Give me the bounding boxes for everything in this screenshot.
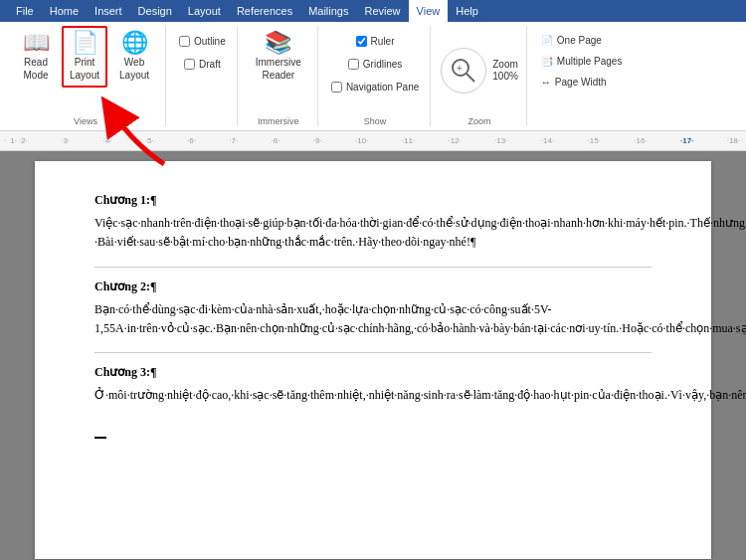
zoom-icon: + [448,55,479,87]
multiple-pages-button[interactable]: 📑 Multiple Pages [537,51,627,71]
document-page: Chương 1:¶ Việc·sạc·nhanh·trên·điện·thoạ… [35,161,711,559]
text-cursor [94,437,106,439]
ribbon-group-zoom: + Zoom 100% Zoom [433,26,527,126]
one-page-label: One Page [557,35,602,46]
zoom-label: Zoom [492,59,518,71]
menu-review[interactable]: Review [357,0,409,22]
gridlines-label: Gridlines [363,59,402,70]
chapter-1: Chương 1:¶ Việc·sạc·nhanh·trên·điện·thoạ… [94,191,652,253]
draft-checkbox[interactable] [184,59,195,70]
print-layout-icon: 📄 [72,32,98,54]
zoom-group-label: Zoom [468,114,491,126]
web-layout-icon: 🌐 [121,32,148,54]
ribbon-content: 📖 ReadMode 📄 PrintLayout 🌐 WebLayout Vie… [0,22,746,130]
svg-line-1 [466,74,474,82]
ruler-checkbox[interactable] [356,36,367,47]
print-layout-button[interactable]: 📄 PrintLayout [62,26,107,88]
page-options-col: 📄 One Page 📑 Multiple Pages ↔ Page Width [537,26,627,92]
chapter-3: Chương 3:¶ Ở·môi·trường·nhiệt·độ·cao,·kh… [94,363,652,405]
zoom-value: Zoom 100% [492,59,518,83]
one-page-icon: 📄 [541,35,553,46]
menu-view[interactable]: View [409,0,449,22]
page-width-icon: ↔ [541,77,551,88]
menu-home[interactable]: Home [42,0,87,22]
outline-draft-col: Outline Draft [176,26,229,75]
chapter-1-text: Việc·sạc·nhanh·trên·điện·thoại·sẽ·giúp·b… [94,214,652,252]
read-mode-button[interactable]: 📖 ReadMode [14,26,58,88]
ruler-label: Ruler [371,36,395,47]
zoom-button[interactable]: + [441,48,486,93]
menu-layout[interactable]: Layout [180,0,229,22]
gridlines-checkbox[interactable] [348,59,359,70]
svg-text:+: + [457,63,463,74]
immersive-reader-label: ImmersiveReader [256,56,301,82]
page-width-label: Page Width [555,77,607,88]
ribbon: 📖 ReadMode 📄 PrintLayout 🌐 WebLayout Vie… [0,22,746,131]
ribbon-group-pages: 📄 One Page 📑 Multiple Pages ↔ Page Width [529,26,635,126]
multiple-pages-icon: 📑 [541,56,553,67]
separator-1 [94,267,652,268]
show-group-label: Show [364,114,387,126]
nav-pane-label: Navigation Pane [346,82,419,93]
ribbon-group-outline: Outline Draft [168,26,238,126]
draft-checkbox-label[interactable]: Draft [176,53,229,75]
gridlines-checkbox-label[interactable]: Gridlines [328,53,422,75]
separator-2 [94,352,652,353]
ribbon-group-immersive: 📚 ImmersiveReader Immersive [240,26,318,126]
chapter-2-text: Bạn·có·thể·dùng·sạc·đi·kèm·của·nhà·sản·x… [94,300,652,338]
document-area: Chương 1:¶ Việc·sạc·nhanh·trên·điện·thoạ… [0,151,746,560]
zoom-section: + Zoom 100% [441,26,518,114]
ruler-bar: · 1· ·2· ·3· ·4· ·5· ·6· ·7· ·8· ·9· ·10… [0,131,746,151]
immersive-reader-icon: 📚 [265,32,291,54]
ribbon-group-views: 📖 ReadMode 📄 PrintLayout 🌐 WebLayout Vie… [6,26,166,126]
menu-references[interactable]: References [229,0,300,22]
page-width-button[interactable]: ↔ Page Width [537,72,627,92]
ribbon-group-show: Ruler Gridlines Navigation Pane Show [320,26,431,126]
views-group-label: Views [74,114,97,126]
print-layout-label: PrintLayout [70,56,99,82]
menu-mailings[interactable]: Mailings [300,0,356,22]
multiple-pages-label: Multiple Pages [557,56,623,67]
outline-label: Outline [194,36,226,47]
menu-help[interactable]: Help [448,0,486,22]
chapter-3-title: Chương 3:¶ [94,363,652,382]
chapter-3-text: Ở·môi·trường·nhiệt·độ·cao,·khi·sạc·sẽ·tă… [94,386,652,405]
immersive-buttons: 📚 ImmersiveReader [248,26,309,114]
nav-pane-checkbox-label[interactable]: Navigation Pane [328,76,422,97]
zoom-percent: 100% [492,71,518,83]
chapter-2-title: Chương 2:¶ [94,278,652,296]
nav-pane-checkbox[interactable] [331,82,342,93]
menu-bar: File Home Insert Design Layout Reference… [0,0,746,22]
outline-checkbox-label[interactable]: Outline [176,30,229,52]
chapter-1-title: Chương 1:¶ [94,191,652,210]
immersive-group-label: Immersive [258,114,299,126]
outline-checkbox[interactable] [179,36,190,47]
web-layout-label: WebLayout [119,56,149,82]
read-mode-label: ReadMode [23,56,48,82]
web-layout-button[interactable]: 🌐 WebLayout [111,26,157,88]
show-col: Ruler Gridlines Navigation Pane [328,26,422,97]
ruler-checkbox-label[interactable]: Ruler [328,30,422,52]
immersive-reader-button[interactable]: 📚 ImmersiveReader [248,26,309,88]
draft-label: Draft [199,59,221,70]
views-buttons: 📖 ReadMode 📄 PrintLayout 🌐 WebLayout [14,26,157,114]
chapter-2: Chương 2:¶ Bạn·có·thể·dùng·sạc·đi·kèm·củ… [94,278,652,339]
read-mode-icon: 📖 [23,32,50,54]
menu-insert[interactable]: Insert [87,0,130,22]
menu-file[interactable]: File [8,0,42,22]
menu-design[interactable]: Design [130,0,180,22]
one-page-button[interactable]: 📄 One Page [537,30,627,50]
